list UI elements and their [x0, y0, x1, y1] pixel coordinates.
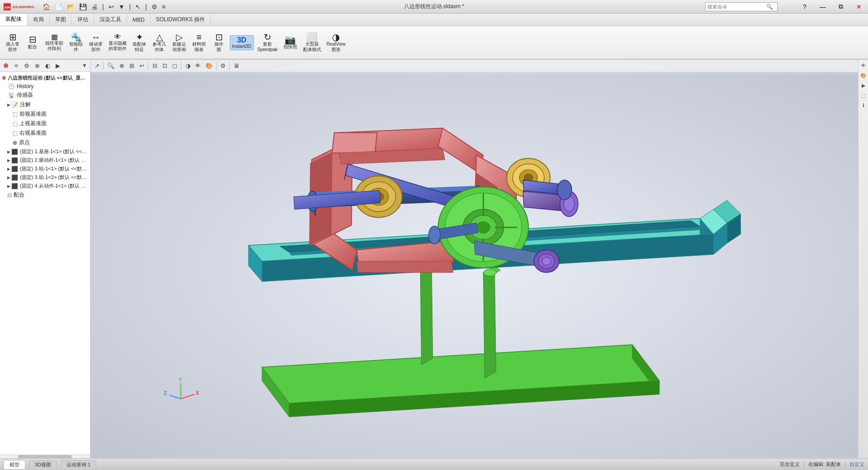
svg-marker-31 [332, 133, 377, 153]
zoom-in-btn[interactable]: ⊕ [117, 61, 126, 71]
tab-3dview[interactable]: 3D视图 [29, 460, 57, 469]
move-component-btn[interactable]: ↔ 移动零部件 [87, 32, 105, 53]
assembly-root[interactable]: ⊕ 八边形线性运动 (默认 <<默认_显示状态- [0, 74, 90, 82]
tab-motion[interactable]: 运动算例 1 [61, 460, 96, 469]
tree-history[interactable]: 🕐 History [0, 82, 90, 90]
tree-top-plane[interactable]: ⬚ 上视基准面 [0, 119, 90, 128]
separator1: | [100, 2, 106, 11]
filter-icon[interactable]: ▼ [80, 61, 89, 70]
tree-part2[interactable]: ▶ ⬛ (固定) 2.驱动杆-1<1> (默认 <<默认 [0, 156, 90, 164]
insert-component-btn[interactable]: ⊞ 插入零部件 [4, 32, 22, 53]
new-motion-icon: ▷ [176, 33, 183, 42]
tree-part3b[interactable]: ▶ ⬛ (固定) 3.轮-1<2> (默认 <<默认>_显 [0, 173, 90, 182]
right-plane-icon: ⬚ [13, 130, 18, 136]
search-area: 🔍 [705, 2, 778, 11]
tree-mate[interactable]: ⊟ 配合 [0, 190, 90, 200]
tree-part4[interactable]: ▶ ⬛ (固定) 4.从动件-1<1> (默认 <<默认 [0, 182, 90, 190]
undo-btn[interactable]: ↩ [107, 2, 116, 11]
viewport[interactable]: ↗ 🔍 ⊕ ⊞ ↩ ⊟ ⊡ ◻ ◑ 👁 🎨 ⚙ 🖥 [90, 60, 858, 458]
tab-render[interactable]: 渲染工具 [94, 14, 127, 26]
layers-btn[interactable]: ⬚ [859, 91, 868, 99]
config-manager-btn[interactable]: ⚙ [22, 61, 32, 70]
snapshot-btn[interactable]: 📷 拍快照 [281, 34, 299, 51]
separator3: | [143, 2, 149, 11]
home-btn[interactable]: 🏠 [41, 2, 52, 11]
display-style-btn[interactable]: ◑ [183, 61, 192, 71]
tree-sensor[interactable]: 📡 传感器 [0, 90, 90, 100]
realview-btn[interactable]: ◑ RealView图形 [325, 32, 347, 53]
assembly-feature-icon: ✦ [136, 33, 143, 42]
property-manager-btn[interactable]: ≡ [11, 61, 21, 70]
tab-model[interactable]: 模型 [4, 460, 25, 469]
hide-show-btn[interactable]: 👁 [193, 61, 203, 71]
new-motion-label: 新建运动算例 [172, 42, 186, 52]
tab-evaluate[interactable]: 评估 [72, 14, 94, 26]
tab-plugins[interactable]: SOLIDWORKS 插件 [151, 14, 211, 26]
view-orient-btn[interactable]: ↗ [92, 61, 101, 71]
linear-pattern-btn[interactable]: ▦ 线性零部件阵列 [43, 33, 65, 52]
window-title: 八边形线性运动.sldasm * [404, 3, 464, 10]
previous-view-btn[interactable]: ↩ [137, 61, 146, 71]
show-hide-btn[interactable]: 👁 显示隐藏的零部件 [107, 33, 128, 52]
smart-fastener-btn[interactable]: 🔩 智能组件 [67, 32, 85, 53]
search-icon[interactable]: 🔍 [764, 4, 775, 10]
monitor-btn[interactable]: 🖥 [232, 61, 241, 71]
expand-panel-btn[interactable]: ▶ [53, 61, 63, 70]
dim-xpert-btn[interactable]: ⊕ [32, 61, 42, 70]
minimize-btn[interactable]: — [814, 0, 832, 14]
zoom-area-btn[interactable]: ⊞ [127, 61, 136, 71]
display-manager-btn[interactable]: ◐ [43, 61, 52, 70]
view-palette-btn[interactable]: ⊡ [160, 61, 169, 71]
close-btn[interactable]: ✕ [850, 0, 868, 14]
zoom-to-fit-btn[interactable]: 🔍 [105, 61, 116, 71]
svg-point-13 [484, 269, 496, 276]
gear-icon[interactable]: ≡ [160, 2, 167, 11]
view-settings-btn[interactable]: ⚙ [218, 61, 228, 71]
view-display-btn[interactable]: 👁 [859, 61, 868, 70]
ref-geometry-btn[interactable]: △ 参考几何体 [150, 32, 168, 53]
tab-assembly[interactable]: 装配体 [0, 14, 28, 26]
speedpak-btn[interactable]: ↻ 更新Speedpak [256, 32, 280, 53]
instant3d-btn[interactable]: 3D Instant3D [230, 35, 254, 50]
tree-origin[interactable]: ⊕ 原点 [0, 138, 90, 147]
assembly-feature-label: 装配体特征 [133, 42, 146, 52]
bom-btn[interactable]: ≡ 材料明细表 [190, 32, 208, 53]
tab-mbd[interactable]: MBD [127, 14, 151, 26]
large-assembly-btn[interactable]: ⬜ 大型装配体模式 [301, 32, 323, 53]
feature-manager-btn[interactable]: ⊕ [1, 61, 11, 70]
operation-view-btn[interactable]: ⊡ 操作图 [210, 32, 228, 53]
tree-annotation[interactable]: ▶ 📝 注解 [0, 100, 90, 109]
new-motion-btn[interactable]: ▷ 新建运动算例 [170, 32, 188, 53]
tree-right-plane[interactable]: ⬚ 右视基准面 [0, 128, 90, 138]
tree-part1[interactable]: ▶ ⬛ (固定) 1.基座-1<1> (默认 <<默认> [0, 147, 90, 156]
svg-marker-10 [483, 266, 496, 379]
help-btn[interactable]: ? [796, 0, 814, 14]
tree-part3a[interactable]: ▶ ⬛ (固定) 3.轮-1<1> (默认 <<默认>_显 [0, 164, 90, 173]
mate-btn[interactable]: ⊟ 配合 [24, 34, 42, 51]
info-sidebar-btn[interactable]: ℹ [859, 101, 868, 109]
3d-view-btn[interactable]: ◻ [170, 61, 179, 71]
sep4 [216, 62, 217, 70]
assembly-feature-btn[interactable]: ✦ 装配体特征 [130, 32, 148, 53]
appearance-sidebar-btn[interactable]: 🎨 [859, 71, 868, 80]
section-view-btn[interactable]: ⊟ [150, 61, 159, 71]
expand-right-btn[interactable]: ▶ [859, 81, 868, 89]
print-btn[interactable]: 🖨 [90, 2, 100, 11]
save-btn[interactable]: 💾 [77, 2, 89, 11]
open-btn[interactable]: 📂 [65, 2, 76, 11]
part2-icon: ⬛ [11, 157, 18, 164]
redo-dropdown-btn[interactable]: ▼ [117, 2, 127, 11]
select-btn[interactable]: ↖ [133, 2, 142, 11]
tab-sketch[interactable]: 草图 [50, 14, 72, 26]
search-input[interactable] [706, 4, 764, 9]
status-customize[interactable]: 自定义 [849, 461, 864, 468]
tab-layout[interactable]: 布局 [28, 14, 50, 26]
new-btn[interactable]: 📄 [53, 2, 64, 11]
appearance-btn[interactable]: 🎨 [204, 61, 214, 71]
options-btn[interactable]: ⚙ [150, 2, 159, 11]
panel-scrollbar[interactable] [0, 455, 90, 458]
window-controls: ? — ⧉ ✕ [796, 0, 868, 14]
annotation-arrow-icon: ▶ [7, 103, 10, 107]
tree-front-plane[interactable]: ⬚ 前视基准面 [0, 109, 90, 119]
restore-btn[interactable]: ⧉ [832, 0, 850, 14]
